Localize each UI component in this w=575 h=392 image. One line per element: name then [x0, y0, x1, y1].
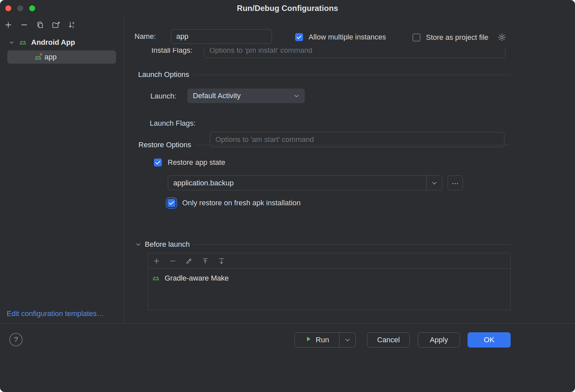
store-as-project-file-checkbox[interactable] [413, 33, 420, 41]
apply-button[interactable]: Apply [418, 332, 460, 348]
window-title: Run/Debug Configurations [237, 4, 338, 13]
restore-app-state-row: Restore app state [154, 158, 225, 167]
svg-text:z: z [72, 25, 74, 29]
section-divider [196, 145, 510, 145]
chevron-down-icon[interactable] [135, 241, 142, 248]
android-icon [152, 274, 160, 283]
install-flags-input[interactable] [204, 48, 505, 58]
allow-multiple-instances-row: Allow multiple instances [295, 33, 386, 41]
only-restore-fresh-checkbox[interactable] [167, 199, 175, 207]
store-as-project-file-label: Store as project file [426, 33, 488, 42]
close-window-button[interactable] [5, 5, 11, 11]
tree-item-label: app [44, 53, 57, 61]
store-as-project-file-row: Store as project file [413, 33, 506, 42]
name-input[interactable] [171, 29, 272, 44]
allow-multiple-instances-checkbox[interactable] [295, 33, 303, 41]
restore-app-state-checkbox[interactable] [154, 159, 162, 166]
before-launch-task-row[interactable]: Gradle-aware Make [148, 269, 510, 283]
move-up-icon[interactable] [202, 257, 209, 265]
android-icon [19, 38, 27, 47]
run-button-label: Run [316, 336, 329, 344]
copy-icon[interactable] [36, 21, 44, 29]
remove-icon[interactable] [20, 21, 29, 29]
install-flags-label: Install Flags: [152, 48, 193, 55]
remove-icon[interactable] [169, 257, 176, 265]
configurations-sidebar: az Android App app Edit configuration te… [0, 17, 124, 323]
run-options-dropdown[interactable] [340, 333, 355, 347]
configurations-tree: Android App app [0, 36, 124, 64]
before-launch-section-header: Before launch [135, 240, 511, 249]
restore-app-state-label: Restore app state [168, 158, 225, 167]
minimize-window-button[interactable] [17, 5, 23, 11]
dialog-footer: ? Run Cancel Apply OK [0, 323, 575, 392]
add-icon[interactable] [4, 21, 13, 29]
help-icon: ? [14, 335, 18, 344]
tree-group-android-app[interactable]: Android App [0, 36, 124, 48]
install-flags-row-clipped: Install Flags: [125, 48, 575, 58]
launch-flags-label: Launch Flags: [150, 119, 196, 128]
section-divider [193, 244, 510, 245]
backup-file-combobox[interactable]: application.backup [168, 175, 442, 190]
titlebar: Run/Debug Configurations [0, 0, 575, 17]
browse-backup-button[interactable]: … [448, 175, 463, 190]
new-folder-icon[interactable] [52, 21, 60, 29]
move-down-icon[interactable] [218, 257, 225, 265]
before-launch-title: Before launch [145, 240, 190, 249]
edit-templates-link[interactable]: Edit configuration templates… [7, 309, 104, 318]
configuration-form: Name: Allow multiple instances Store as … [125, 17, 575, 323]
android-error-icon [34, 52, 43, 62]
cancel-button[interactable]: Cancel [367, 332, 410, 348]
edit-icon[interactable] [185, 257, 193, 265]
ok-button[interactable]: OK [468, 332, 511, 348]
before-launch-toolbar [148, 253, 510, 269]
gear-icon[interactable] [497, 33, 506, 42]
svg-text:a: a [72, 21, 74, 25]
launch-select[interactable]: Default Activity [187, 89, 305, 103]
name-label: Name: [135, 32, 156, 41]
before-launch-task-list: Gradle-aware Make [148, 253, 511, 310]
zoom-window-button[interactable] [29, 5, 35, 11]
tree-item-app[interactable]: app [7, 50, 116, 64]
restore-options-title: Restore Options [139, 141, 191, 149]
help-button[interactable]: ? [9, 333, 23, 346]
launch-select-value: Default Activity [193, 92, 241, 100]
run-split-button: Run [294, 332, 356, 348]
launch-options-title: Launch Options [138, 70, 189, 79]
chevron-down-icon[interactable] [426, 176, 442, 190]
run-debug-configurations-dialog: Run/Debug Configurations az [0, 0, 575, 392]
checkbox-focus-ring [166, 197, 177, 209]
allow-multiple-instances-label: Allow multiple instances [309, 33, 386, 41]
tree-group-label: Android App [31, 38, 75, 47]
before-launch-task-label: Gradle-aware Make [165, 274, 229, 283]
sort-alpha-icon[interactable]: az [68, 21, 76, 29]
launch-label: Launch: [151, 92, 176, 100]
backup-file-value: application.backup [168, 176, 426, 190]
window-controls [5, 5, 35, 11]
restore-options-section-header: Restore Options [139, 141, 511, 149]
section-divider [194, 75, 511, 75]
add-icon[interactable] [153, 257, 160, 265]
sidebar-toolbar: az [0, 17, 124, 29]
play-icon [305, 335, 312, 345]
chevron-down-icon[interactable] [9, 39, 15, 45]
launch-options-section-header: Launch Options [138, 70, 511, 79]
run-button[interactable]: Run [295, 333, 339, 347]
only-restore-fresh-label: Only restore on fresh apk installation [182, 199, 301, 207]
only-restore-fresh-row: Only restore on fresh apk installation [166, 197, 301, 209]
chevron-down-icon [293, 92, 300, 99]
